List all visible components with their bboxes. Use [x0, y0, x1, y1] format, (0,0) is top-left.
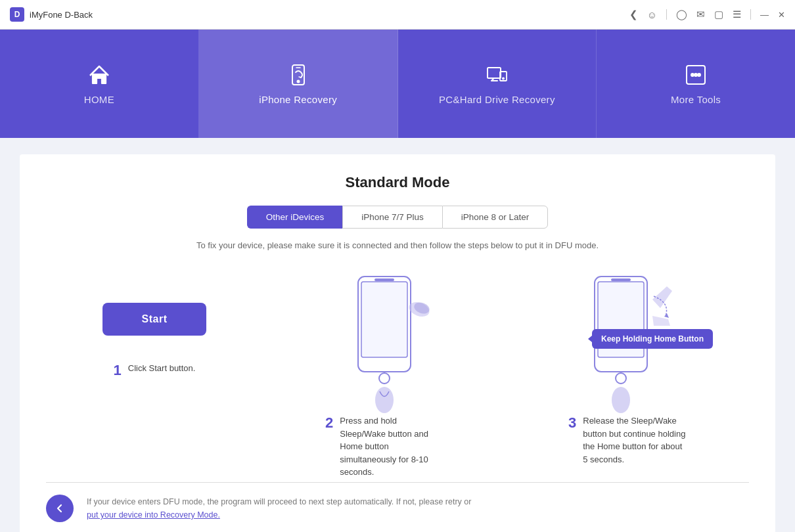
svg-point-1 — [297, 81, 299, 83]
footer-text: If your device enters DFU mode, the prog… — [87, 495, 471, 521]
nav-pc-label: PC&Hard Drive Recovery — [439, 94, 555, 105]
svg-point-6 — [691, 74, 694, 76]
back-arrow-icon — [54, 502, 66, 514]
home-icon — [87, 62, 112, 87]
svg-rect-10 — [361, 282, 407, 357]
step-2-text: Press and hold Sleep/Wake button and Hom… — [340, 414, 443, 479]
iphone-recovery-icon — [286, 62, 311, 87]
tab-iphone-77plus[interactable]: iPhone 7/7 Plus — [342, 206, 442, 229]
tooltip-bubble: Keep Holding Home Button — [592, 329, 713, 349]
settings-icon[interactable]: ◯ — [676, 9, 687, 20]
start-column: Start 1 Click Start button. — [95, 303, 214, 379]
mail-icon[interactable]: ✉ — [696, 9, 705, 20]
steps-row: Start 1 Click Start button. — [46, 263, 749, 482]
chat-icon[interactable]: ▢ — [714, 9, 723, 20]
step-3-info: 3 Release the Sleep/Wake button but cont… — [568, 414, 687, 466]
nav-item-iphone-recovery[interactable]: iPhone Recovery — [199, 30, 398, 138]
step-3-column: Keep Holding Home Button — [555, 263, 700, 466]
nav-home-label: HOME — [84, 94, 114, 105]
more-tools-icon — [683, 62, 708, 87]
title-bar-right: ❮ ☺ ◯ ✉ ▢ ☰ — ✕ — [629, 9, 785, 20]
app-title: iMyFone D-Back — [30, 10, 93, 20]
svg-marker-21 — [664, 313, 669, 318]
nav-item-home[interactable]: HOME — [0, 30, 199, 138]
step-3-number: 3 — [568, 414, 576, 432]
tabs-container: Other iDevices iPhone 7/7 Plus iPhone 8 … — [46, 206, 749, 229]
svg-rect-12 — [375, 278, 394, 281]
start-button[interactable]: Start — [102, 303, 207, 336]
svg-point-7 — [694, 74, 697, 76]
title-divider — [666, 9, 667, 20]
tab-iphone-8-later[interactable]: iPhone 8 or Later — [442, 206, 549, 229]
main-area: Standard Mode Other iDevices iPhone 7/7 … — [0, 138, 795, 532]
title-bar-left: D iMyFone D-Back — [10, 7, 93, 22]
minimize-button[interactable]: — — [760, 10, 769, 20]
nav-more-label: More Tools — [671, 94, 721, 105]
title-divider2 — [750, 9, 751, 20]
share-icon[interactable]: ❮ — [629, 9, 638, 20]
app-logo: D — [10, 7, 24, 22]
nav-iphone-label: iPhone Recovery — [259, 94, 337, 105]
nav-item-pc-recovery[interactable]: PC&Hard Drive Recovery — [398, 30, 597, 138]
title-bar: D iMyFone D-Back ❮ ☺ ◯ ✉ ▢ ☰ — ✕ — [0, 0, 795, 30]
recovery-mode-link[interactable]: put your device into Recovery Mode. — [87, 510, 220, 520]
step-2-info: 2 Press and hold Sleep/Wake button and H… — [325, 414, 443, 479]
svg-point-8 — [698, 74, 700, 76]
svg-point-18 — [616, 373, 626, 384]
close-button[interactable]: ✕ — [778, 10, 785, 20]
user-icon[interactable]: ☺ — [647, 9, 657, 20]
phone-illustration-1 — [335, 263, 434, 414]
nav-bar: HOME iPhone Recovery PC&Hard Drive Recov… — [0, 30, 795, 138]
step-1-text: Click Start button. — [128, 362, 196, 375]
svg-point-11 — [379, 373, 390, 384]
svg-point-20 — [612, 387, 630, 413]
step-1-number: 1 — [114, 362, 122, 379]
svg-point-4 — [503, 78, 504, 79]
step-3-text: Release the Sleep/Wake button but contin… — [583, 414, 687, 466]
footer-area: If your device enters DFU mode, the prog… — [46, 482, 749, 522]
step-1-info: 1 Click Start button. — [114, 362, 196, 379]
nav-item-more-tools[interactable]: More Tools — [597, 30, 795, 138]
svg-rect-2 — [488, 68, 501, 78]
svg-point-13 — [375, 387, 394, 413]
back-button[interactable] — [46, 495, 74, 522]
svg-rect-19 — [611, 278, 631, 281]
step-2-number: 2 — [325, 414, 333, 432]
page-title: Standard Mode — [46, 174, 749, 191]
pc-recovery-icon — [484, 62, 509, 87]
instruction-text: To fix your device, please make sure it … — [46, 240, 749, 250]
tab-other-idevices[interactable]: Other iDevices — [247, 206, 343, 229]
step-2-column: 2 Press and hold Sleep/Wake button and H… — [312, 263, 457, 479]
menu-icon[interactable]: ☰ — [733, 9, 741, 20]
content-wrapper: Standard Mode Other iDevices iPhone 7/7 … — [20, 154, 775, 532]
